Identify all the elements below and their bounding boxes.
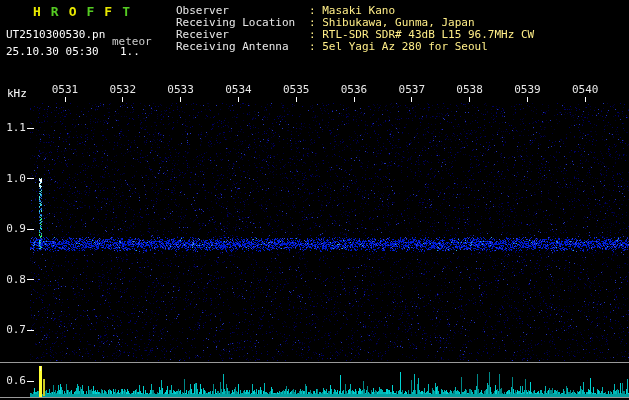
y-tick-label: 1.0 [0, 173, 26, 184]
receiver-info-row: Observer: Masaki Kano [176, 5, 395, 16]
x-tick-label: 0534 [225, 84, 252, 95]
info-label: Receiving Location [176, 17, 309, 28]
y-axis-unit-label: kHz [7, 88, 27, 99]
y-tick-label: 1.1 [0, 122, 26, 133]
app-title-letter: R [51, 4, 69, 19]
x-tick-label: 0539 [514, 84, 541, 95]
x-tick-label: 0533 [167, 84, 194, 95]
app-title-letter: F [104, 4, 122, 19]
receiver-info-row: Receiver: RTL-SDR SDR# 43dB L15 96.7MHz … [176, 29, 534, 40]
info-label: Receiver [176, 29, 309, 40]
info-label: Observer [176, 5, 309, 16]
info-label: Receiving Antenna [176, 41, 309, 52]
app-title-letter: H [33, 4, 51, 19]
x-tick-label: 0540 [572, 84, 599, 95]
app-title-letter: O [69, 4, 87, 19]
app-title: HROFFT [33, 5, 140, 18]
receiver-info-row: Receiving Antenna: 5el Yagi Az 280 for S… [176, 41, 488, 52]
file-name: UT2510300530.pn [6, 29, 105, 40]
app-title-letter: T [122, 4, 140, 19]
x-tick-label: 0538 [456, 84, 483, 95]
y-tick-label: 0.8 [0, 274, 26, 285]
info-value: : 5el Yagi Az 280 for Seoul [309, 40, 488, 53]
x-tick-label: 0532 [110, 84, 137, 95]
y-tick-label: 0.7 [0, 324, 26, 335]
receiver-info-row: Receiving Location: Shibukawa, Gunma, Ja… [176, 17, 475, 28]
y-tick-label: 0.6 [0, 375, 26, 386]
x-tick-label: 0537 [399, 84, 426, 95]
hrofft-output-image: HROFFT UT2510300530.pn meteor 25.10.30 0… [0, 0, 629, 400]
x-tick-label: 0531 [52, 84, 79, 95]
app-title-letter: F [86, 4, 104, 19]
x-tick-label: 0536 [341, 84, 368, 95]
y-tick-label: 0.9 [0, 223, 26, 234]
datetime-label: 25.10.30 05:30 [6, 46, 99, 57]
x-tick-label: 0535 [283, 84, 310, 95]
counter-label: 1.. [120, 46, 140, 57]
spectrogram-canvas [0, 0, 629, 400]
